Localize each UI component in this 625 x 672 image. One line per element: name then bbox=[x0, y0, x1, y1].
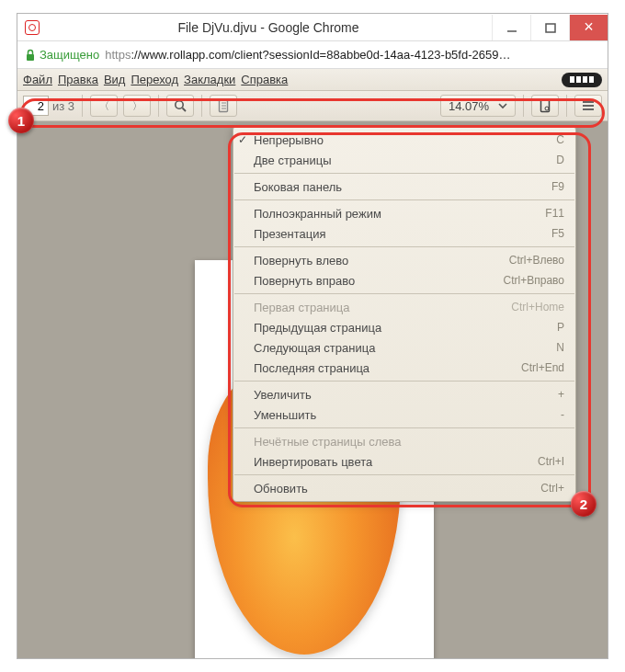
menu-file[interactable]: Файл bbox=[23, 73, 52, 86]
document-viewport[interactable]: НепрерывноCДве страницыDБоковая панельF9… bbox=[17, 121, 608, 658]
app-menubar: Файл Правка Вид Переход Закладки Справка bbox=[17, 69, 608, 91]
menu-edit[interactable]: Правка bbox=[58, 73, 98, 86]
menu-item[interactable]: Повернуть вправоCtrl+Вправо bbox=[233, 270, 575, 290]
browser-window: File DjVu.djvu - Google Chrome × Защищен… bbox=[17, 13, 608, 659]
menu-item-label: Повернуть влево bbox=[254, 254, 348, 268]
page-icon bbox=[539, 98, 551, 113]
menu-item-label: Непрерывно bbox=[254, 133, 324, 147]
battery-indicator bbox=[562, 73, 602, 87]
menu-item-label: Нечётные страницы слева bbox=[254, 435, 402, 449]
menu-item[interactable]: ОбновитьCtrl+ bbox=[233, 478, 575, 498]
search-icon bbox=[174, 99, 188, 113]
window-title: File DjVu.djvu - Google Chrome bbox=[45, 20, 492, 35]
menu-item-label: Боковая панель bbox=[254, 180, 342, 194]
menu-item-shortcut: Ctrl+Вправо bbox=[504, 274, 564, 287]
menu-item-shortcut: P bbox=[557, 321, 564, 334]
menu-item-shortcut: N bbox=[556, 341, 564, 354]
menu-item-label: Уменьшить bbox=[254, 408, 316, 422]
menu-item-label: Обновить bbox=[254, 482, 308, 495]
menu-item-shortcut: + bbox=[558, 388, 564, 401]
menu-item: Первая страницаCtrl+Home bbox=[233, 297, 575, 317]
menu-item[interactable]: Увеличить+ bbox=[233, 384, 575, 404]
notes-button[interactable] bbox=[210, 95, 237, 117]
menu-view[interactable]: Вид bbox=[104, 73, 126, 86]
toolbar: из 3 〈 〉 14.07% bbox=[17, 91, 608, 121]
svg-rect-1 bbox=[546, 24, 555, 32]
menu-item-label: Предыдущая страница bbox=[254, 321, 381, 335]
search-button[interactable] bbox=[166, 95, 194, 117]
menu-item[interactable]: Две страницыD bbox=[233, 150, 575, 170]
address-bar[interactable]: Защищено https://www.rollapp.com/client?… bbox=[17, 41, 608, 69]
menu-item-shortcut: D bbox=[556, 154, 564, 166]
menu-item-label: Презентация bbox=[254, 227, 326, 241]
menu-item-shortcut: C bbox=[556, 133, 564, 146]
menu-item-label: Следующая страница bbox=[254, 341, 375, 355]
menu-item[interactable]: НепрерывноC bbox=[233, 130, 575, 150]
notes-icon bbox=[217, 98, 230, 113]
page-view-button[interactable] bbox=[531, 95, 559, 117]
svg-line-4 bbox=[182, 108, 186, 111]
menu-item-shortcut: F11 bbox=[545, 207, 564, 220]
menu-item: Нечётные страницы слева bbox=[233, 431, 575, 451]
close-button[interactable]: × bbox=[569, 15, 608, 40]
menu-item[interactable]: ПрезентацияF5 bbox=[233, 223, 575, 244]
menu-item-label: Первая страница bbox=[254, 301, 349, 314]
menu-item-label: Повернуть вправо bbox=[254, 274, 355, 288]
view-options-menu: НепрерывноCДве страницыDБоковая панельF9… bbox=[233, 126, 576, 502]
prev-page-button[interactable]: 〈 bbox=[90, 95, 118, 117]
menu-item-shortcut: Ctrl+I bbox=[538, 455, 564, 468]
menu-item[interactable]: Последняя страницаCtrl+End bbox=[233, 358, 575, 378]
menu-item-shortcut: Ctrl+Влево bbox=[509, 254, 564, 267]
url-text: https://www.rollapp.com/client?sessionId… bbox=[105, 48, 600, 62]
menu-item-label: Две страницы bbox=[254, 154, 332, 167]
menu-item[interactable]: Полноэкранный режимF11 bbox=[233, 203, 575, 223]
annotation-callout-2: 2 bbox=[571, 491, 597, 517]
menu-item[interactable]: Следующая страницаN bbox=[233, 337, 575, 358]
menu-help[interactable]: Справка bbox=[241, 73, 288, 86]
menu-item-shortcut: F5 bbox=[551, 227, 564, 240]
menu-item-shortcut: Ctrl+Home bbox=[511, 301, 564, 313]
page-total-label: из 3 bbox=[52, 99, 74, 113]
menu-item-shortcut: Ctrl+End bbox=[521, 361, 564, 374]
secure-label: Защищено bbox=[40, 48, 99, 62]
menu-item[interactable]: Предыдущая страницаP bbox=[233, 317, 575, 337]
titlebar: File DjVu.djvu - Google Chrome × bbox=[17, 14, 608, 41]
maximize-button[interactable] bbox=[530, 15, 569, 40]
lock-icon bbox=[25, 49, 36, 62]
menu-item[interactable]: Уменьшить- bbox=[233, 404, 575, 425]
svg-point-3 bbox=[175, 100, 182, 108]
svg-point-10 bbox=[545, 107, 549, 110]
minimize-button[interactable] bbox=[492, 15, 530, 40]
menu-item-shortcut: - bbox=[561, 408, 564, 421]
hamburger-button[interactable] bbox=[574, 95, 602, 117]
svg-rect-2 bbox=[27, 54, 34, 61]
chevron-down-icon bbox=[498, 102, 507, 109]
zoom-dropdown[interactable]: 14.07% bbox=[440, 95, 516, 117]
menu-item[interactable]: Боковая панельF9 bbox=[233, 177, 575, 197]
annotation-callout-1: 1 bbox=[8, 108, 34, 133]
secure-indicator: Защищено bbox=[25, 48, 99, 62]
menu-item-label: Увеличить bbox=[254, 388, 312, 402]
evince-favicon bbox=[25, 20, 40, 35]
menu-item[interactable]: Повернуть влевоCtrl+Влево bbox=[233, 250, 575, 270]
menu-go[interactable]: Переход bbox=[131, 73, 178, 86]
next-page-button[interactable]: 〉 bbox=[123, 95, 151, 117]
menu-item-shortcut: Ctrl+ bbox=[540, 482, 564, 495]
menu-item-label: Инвертировать цвета bbox=[254, 455, 372, 469]
zoom-label: 14.07% bbox=[449, 99, 489, 113]
menu-item-label: Полноэкранный режим bbox=[254, 207, 381, 221]
hamburger-icon bbox=[582, 100, 595, 111]
menu-item-label: Последняя страница bbox=[254, 361, 369, 375]
menu-bookmarks[interactable]: Закладки bbox=[184, 73, 235, 86]
menu-item-shortcut: F9 bbox=[551, 180, 564, 193]
menu-item[interactable]: Инвертировать цветаCtrl+I bbox=[233, 451, 575, 472]
